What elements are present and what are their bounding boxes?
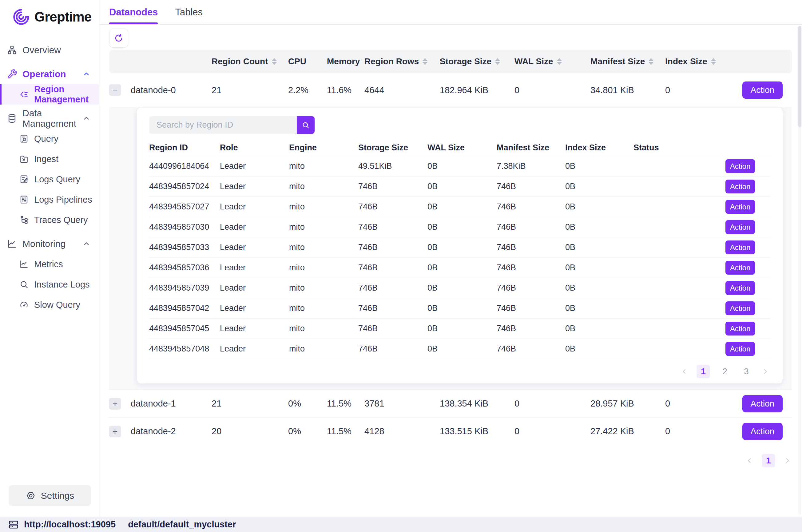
trace-tree-icon xyxy=(19,215,29,225)
sort-icon[interactable] xyxy=(649,58,653,65)
settings-button[interactable]: Settings xyxy=(8,485,91,506)
datanode-name: datanode-1 xyxy=(131,399,212,409)
datanode-name: datanode-2 xyxy=(131,426,212,436)
prev-page-icon[interactable] xyxy=(681,367,689,376)
sidebar-item-label: Query xyxy=(34,134,58,144)
sidebar-item-logs-pipelines[interactable]: Logs Pipelines xyxy=(0,189,99,210)
sidebar-item-region-management[interactable]: Region Management xyxy=(0,84,99,104)
region-row: 4483945857030 Leader mito 746B 0B 746B 0… xyxy=(149,217,770,237)
ingest-icon xyxy=(19,154,29,164)
sidebar-item-label: Operation xyxy=(22,69,66,79)
region-action-button[interactable]: Action xyxy=(725,179,755,193)
prev-page-icon[interactable] xyxy=(746,457,754,465)
datanode-action-button[interactable]: Action xyxy=(742,423,783,440)
chevron-up-icon[interactable] xyxy=(82,114,91,123)
sidebar-item-traces-query[interactable]: Traces Query xyxy=(0,210,99,230)
region-action-button[interactable]: Action xyxy=(725,241,755,254)
page-button-1[interactable]: 1 xyxy=(696,365,710,378)
sidebar-item-label: Logs Pipelines xyxy=(34,195,92,205)
region-id: 4483945857033 xyxy=(149,243,220,252)
scrollbar[interactable] xyxy=(798,26,801,515)
refresh-button[interactable] xyxy=(109,28,128,48)
region-row: 4483945857027 Leader mito 746B 0B 746B 0… xyxy=(149,196,770,217)
region-action-button[interactable]: Action xyxy=(725,301,755,315)
sidebar-item-monitoring[interactable]: Monitoring xyxy=(0,234,99,254)
region-id: 4483945857024 xyxy=(149,182,220,191)
content-area: Region Count CPU Memory Region Rows Stor… xyxy=(99,25,802,468)
region-action-button[interactable]: Action xyxy=(725,322,755,336)
next-page-icon[interactable] xyxy=(783,457,791,465)
sort-icon[interactable] xyxy=(711,58,716,65)
sidebar-item-overview[interactable]: Overview xyxy=(0,40,99,60)
settings-label: Settings xyxy=(41,491,74,501)
region-id: 4483945857039 xyxy=(149,283,220,293)
datanode-row: + datanode-1 21 0% 11.5% 3781 138.354 Ki… xyxy=(109,390,792,418)
region-row: 4483945857048 Leader mito 746B 0B 746B 0… xyxy=(149,339,770,359)
region-search xyxy=(149,116,770,134)
region-id: 4483945857036 xyxy=(149,263,220,272)
column-header-storage-size[interactable]: Storage Size xyxy=(440,57,514,66)
chevron-up-icon[interactable] xyxy=(82,70,91,79)
sort-icon[interactable] xyxy=(272,58,277,65)
sidebar-item-logs-query[interactable]: Logs Query xyxy=(0,169,99,189)
scrollbar-thumb[interactable] xyxy=(798,26,801,127)
region-action-button[interactable]: Action xyxy=(725,281,755,295)
sidebar-item-query[interactable]: Query xyxy=(0,129,99,149)
expand-row-button[interactable]: + xyxy=(109,398,121,410)
chevron-up-icon[interactable] xyxy=(82,239,91,248)
datanode-action-button[interactable]: Action xyxy=(742,81,783,99)
tab-datanodes[interactable]: Datanodes xyxy=(109,0,158,24)
sort-icon[interactable] xyxy=(495,58,500,65)
cluster-name: default/default_mycluster xyxy=(128,519,236,530)
datanode-name: datanode-0 xyxy=(131,85,212,95)
region-search-button[interactable] xyxy=(297,116,314,134)
wrench-icon xyxy=(7,69,17,79)
sidebar-item-ingest[interactable]: Ingest xyxy=(0,149,99,169)
sidebar-item-label: Instance Logs xyxy=(34,280,90,290)
region-action-button[interactable]: Action xyxy=(725,342,755,356)
next-page-icon[interactable] xyxy=(761,367,769,376)
column-header-manifest-size[interactable]: Manifest Size xyxy=(590,57,665,66)
column-header-index-size[interactable]: Index Size xyxy=(665,57,742,66)
region-pagination: 1 2 3 xyxy=(149,359,770,383)
region-action-button[interactable]: Action xyxy=(725,200,755,214)
collapse-row-button[interactable]: − xyxy=(109,84,121,96)
datanode-action-button[interactable]: Action xyxy=(742,395,783,412)
column-header-region-count[interactable]: Region Count xyxy=(212,57,288,66)
brand-logo: Greptime xyxy=(0,0,99,26)
document-search-icon xyxy=(19,134,29,144)
metrics-chart-icon xyxy=(19,259,29,269)
region-action-button[interactable]: Action xyxy=(725,261,755,274)
sidebar-item-label: Slow Query xyxy=(34,300,80,310)
region-search-input[interactable] xyxy=(149,116,297,134)
sidebar-item-data-management[interactable]: Data Management xyxy=(0,108,99,129)
sitemap-icon xyxy=(7,45,17,55)
sidebar-item-label: Metrics xyxy=(34,259,63,269)
sidebar-item-instance-logs[interactable]: Instance Logs xyxy=(0,274,99,294)
page-button-3[interactable]: 3 xyxy=(740,365,753,378)
region-id: 4483945857045 xyxy=(149,324,220,333)
search-icon xyxy=(301,121,310,130)
region-row: 4483945857039 Leader mito 746B 0B 746B 0… xyxy=(149,278,770,298)
region-action-button[interactable]: Action xyxy=(725,159,755,173)
sidebar-item-label: Overview xyxy=(22,45,61,55)
sidebar-item-slow-query[interactable]: Slow Query xyxy=(0,294,99,315)
sort-icon[interactable] xyxy=(422,58,427,65)
gauge-icon xyxy=(19,300,29,310)
sidebar-item-metrics[interactable]: Metrics xyxy=(0,254,99,274)
sidebar-item-label: Data Management xyxy=(22,108,77,129)
expand-row-button[interactable]: + xyxy=(109,425,121,437)
gear-icon xyxy=(25,491,36,501)
page-button-2[interactable]: 2 xyxy=(718,365,731,378)
column-header-wal-size[interactable]: WAL Size xyxy=(514,57,590,66)
sliders-icon xyxy=(19,195,29,205)
datanodes-table-header: Region Count CPU Memory Region Rows Stor… xyxy=(109,50,792,73)
sidebar-item-operation[interactable]: Operation xyxy=(0,64,99,84)
region-action-button[interactable]: Action xyxy=(725,220,755,234)
sort-icon[interactable] xyxy=(557,58,562,65)
page-button-1[interactable]: 1 xyxy=(762,454,775,468)
region-table-header: Region ID Role Engine Storage Size WAL S… xyxy=(149,139,770,156)
sidebar-item-label: Monitoring xyxy=(22,239,65,249)
column-header-region-rows[interactable]: Region Rows xyxy=(364,57,440,66)
tab-tables[interactable]: Tables xyxy=(175,0,203,24)
